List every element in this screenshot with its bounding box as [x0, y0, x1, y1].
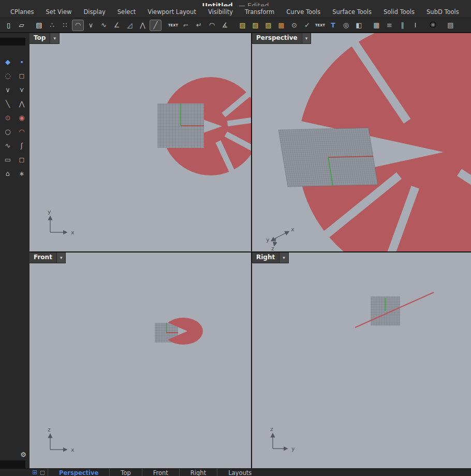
polyline-icon[interactable]: ∨: [85, 20, 97, 31]
circle-3pt-tool-icon[interactable]: ◉: [15, 112, 28, 123]
ellipse-tool-icon[interactable]: ○: [1, 126, 14, 137]
line-45-icon[interactable]: ◿: [124, 20, 136, 31]
menu-subd-tools[interactable]: SubD Tools: [426, 8, 459, 16]
solid-box-icon[interactable]: ◧: [353, 20, 365, 31]
dim-arc-icon[interactable]: ◠: [206, 20, 218, 31]
viewport-top-title-bar[interactable]: Top ▾: [30, 33, 60, 44]
points-on-icon[interactable]: ∴: [46, 20, 58, 31]
new-file-icon[interactable]: ▯: [3, 20, 14, 31]
viewport-perspective[interactable]: Perspective ▾: [252, 33, 471, 251]
viewport-right[interactable]: Right ▾: [252, 252, 471, 468]
points-off-icon[interactable]: ∷: [59, 20, 71, 31]
document-title: Untitled: [202, 2, 233, 6]
annotation-dot-icon[interactable]: ⊙: [288, 20, 300, 31]
sidebar-tool-grid: ◆∙◌◻∨⋎╲⋀⊙◉○◠∿ʃ▭◻⌂∗: [0, 56, 30, 179]
tab-layouts[interactable]: Layouts: [217, 469, 262, 476]
line-tool-icon[interactable]: ╲: [1, 98, 14, 109]
menu-select[interactable]: Select: [117, 8, 136, 16]
pointer-tool-icon[interactable]: ◆: [1, 56, 14, 67]
tool-sidebar: ◆∙◌◻∨⋎╲⋀⊙◉○◠∿ʃ▭◻⌂∗ ⚙: [0, 33, 30, 468]
viewport-front[interactable]: Front ▾: [30, 252, 251, 468]
viewport-grid-icon[interactable]: ⊞: [32, 469, 37, 476]
viewport-canvas-right[interactable]: z y: [252, 252, 471, 468]
curve-corner-tool-icon[interactable]: ⋎: [15, 84, 28, 95]
menu-curve-tools[interactable]: Curve Tools: [286, 8, 320, 16]
viewport-grid: Top ▾: [30, 33, 471, 468]
menu-display[interactable]: Display: [83, 8, 105, 16]
viewport-perspective-title-bar[interactable]: Perspective ▾: [252, 33, 311, 44]
open-file-icon[interactable]: ▱: [16, 20, 27, 31]
zoom-text-icon[interactable]: ◎: [340, 20, 352, 31]
polyline-segments-tool-icon[interactable]: ⋀: [15, 98, 28, 109]
menu-set-view[interactable]: Set View: [46, 8, 72, 16]
menu-solid-tools[interactable]: Solid Tools: [384, 8, 415, 16]
viewport-right-title-bar[interactable]: Right ▾: [252, 252, 289, 263]
brush-select-icon[interactable]: ◻: [15, 70, 28, 81]
viewport-canvas-perspective[interactable]: x y z: [252, 33, 471, 251]
arc-tool-icon[interactable]: ◠: [15, 126, 28, 137]
axis-label-x: x: [71, 229, 75, 236]
viewport-title-label: Top: [30, 33, 50, 43]
curve-through-points-icon[interactable]: ◠: [72, 20, 84, 31]
render-sphere-icon[interactable]: [427, 20, 439, 31]
curve-tool-icon[interactable]: ∿: [1, 140, 14, 151]
menu-viewport-layout[interactable]: Viewport Layout: [148, 8, 196, 16]
chevron-down-icon[interactable]: ▾: [50, 33, 59, 43]
viewport-page-icon[interactable]: ◻: [40, 469, 45, 476]
menu-transform[interactable]: Transform: [245, 8, 274, 16]
tab-top[interactable]: Top: [109, 469, 141, 476]
chevron-down-icon[interactable]: ▾: [302, 33, 311, 43]
tab-right[interactable]: Right: [179, 469, 217, 476]
column-view-icon[interactable]: ∥: [396, 20, 408, 31]
point-tool-icon[interactable]: ∙: [15, 56, 28, 67]
detail-grid-icon[interactable]: ▦: [371, 20, 382, 31]
cplane-grid-perspective: [278, 128, 378, 187]
collapsed-panel-strip[interactable]: [0, 38, 25, 46]
text-block-icon[interactable]: TEXT: [314, 20, 326, 31]
rectangle-tool-icon[interactable]: ▭: [1, 154, 14, 165]
disc-object-front-view[interactable]: [160, 315, 207, 348]
list-view-icon[interactable]: ≡: [384, 20, 395, 31]
circle-tool-icon[interactable]: ⊙: [1, 112, 14, 123]
curve-freeform-icon[interactable]: ╱: [150, 20, 161, 31]
menu-visibility[interactable]: Visibility: [208, 8, 233, 16]
hatch-solid-icon[interactable]: ▨: [249, 20, 261, 31]
sketch-icon[interactable]: ∠: [111, 20, 123, 31]
tab-perspective[interactable]: Perspective: [48, 469, 109, 476]
polygon-tool-icon[interactable]: ⌂: [1, 168, 14, 179]
viewport-top[interactable]: Top ▾: [30, 33, 251, 251]
viewport-canvas-top[interactable]: y x: [30, 33, 251, 251]
viewport-canvas-front[interactable]: z x: [30, 252, 251, 468]
viewport-title-label: Perspective: [252, 33, 302, 43]
hatch-gradient-icon[interactable]: ▨: [262, 20, 274, 31]
menu-surface-tools[interactable]: Surface Tools: [332, 8, 372, 16]
viewport-front-title-bar[interactable]: Front ▾: [30, 252, 66, 263]
rounded-rectangle-tool-icon[interactable]: ◻: [15, 154, 28, 165]
hatch-base-point-icon[interactable]: ▩: [275, 20, 287, 31]
settings-gear-icon[interactable]: ⚙: [20, 451, 26, 458]
dim-angle-icon[interactable]: ∡: [219, 20, 231, 31]
dim-leader-icon[interactable]: ↵: [193, 20, 205, 31]
notes-icon[interactable]: ▤: [33, 20, 45, 31]
tab-front[interactable]: Front: [142, 469, 179, 476]
text-annotation-icon[interactable]: TEXT: [167, 20, 179, 31]
check-spelling-icon[interactable]: ✓: [301, 20, 313, 31]
curve-interpolate-icon[interactable]: ∿: [98, 20, 110, 31]
panel-icon[interactable]: ▤: [445, 20, 457, 31]
ibeam-icon[interactable]: I: [409, 20, 421, 31]
freeform-curve-tool-icon[interactable]: ʃ: [15, 140, 28, 151]
toolbar-tab-bar: CPlanesSet ViewDisplaySelectViewport Lay…: [0, 6, 471, 18]
lasso-select-icon[interactable]: ◌: [1, 70, 14, 81]
chevron-down-icon[interactable]: ▾: [279, 252, 288, 263]
dim-linear-icon[interactable]: ⌐: [180, 20, 192, 31]
chevron-down-icon[interactable]: ▾: [56, 252, 66, 263]
collapsed-panel-strip-bottom[interactable]: [0, 460, 25, 468]
hatch-icon[interactable]: ▨: [237, 20, 248, 31]
polyline-segments-icon[interactable]: ⋀: [137, 20, 149, 31]
bottombar-icons: ⊞◻: [32, 469, 48, 476]
axis-label-x: x: [71, 447, 75, 453]
menu-cplanes[interactable]: CPlanes: [10, 8, 34, 16]
polyline-tool-icon[interactable]: ∨: [1, 84, 14, 95]
text-properties-icon[interactable]: T: [327, 20, 339, 31]
star-polygon-tool-icon[interactable]: ∗: [15, 168, 28, 179]
